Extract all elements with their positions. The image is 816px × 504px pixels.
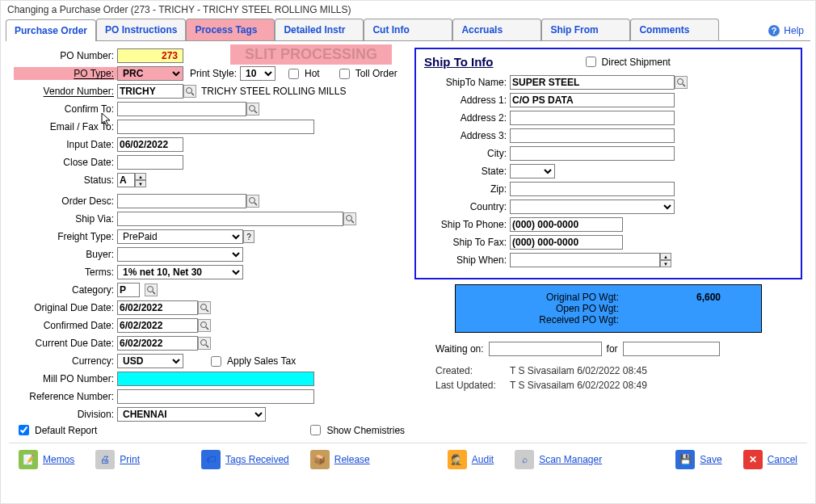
ship-via-field[interactable] bbox=[117, 212, 343, 226]
svg-text:?: ? bbox=[772, 26, 777, 36]
confirm-to-field[interactable] bbox=[117, 102, 246, 116]
print-style-select[interactable]: 10 bbox=[240, 66, 276, 81]
orig-due-field[interactable] bbox=[117, 300, 198, 315]
footer: Default Report Show Chemistries 📝Memos 🖨… bbox=[1, 418, 815, 484]
default-report-checkbox[interactable]: Default Report bbox=[15, 422, 97, 438]
zip-field[interactable] bbox=[510, 182, 675, 196]
show-chem-checkbox[interactable]: Show Chemistries bbox=[307, 422, 405, 438]
tab-po-instructions[interactable]: PO Instructions bbox=[96, 19, 186, 40]
order-desc-lookup-icon[interactable] bbox=[246, 195, 259, 208]
waiting-on-field[interactable] bbox=[489, 342, 602, 356]
help-link[interactable]: ? Help bbox=[761, 21, 810, 40]
addr3-field[interactable] bbox=[510, 128, 675, 143]
help-icon: ? bbox=[768, 24, 780, 37]
category-lookup-icon[interactable] bbox=[145, 284, 158, 296]
shipto-name-lookup-icon[interactable] bbox=[675, 76, 688, 89]
cancel-button[interactable]: ✕Cancel bbox=[737, 447, 804, 472]
scan-manager-button[interactable]: ⌕Scan Manager bbox=[508, 447, 608, 472]
status-spin-up[interactable]: ▲ bbox=[135, 173, 146, 180]
tab-ship-from[interactable]: Ship From bbox=[541, 19, 630, 40]
po-number-label: PO Number: bbox=[14, 50, 117, 61]
direct-shipment-checkbox[interactable]: Direct Shipment bbox=[583, 54, 671, 69]
svg-point-6 bbox=[250, 198, 255, 204]
terms-label: Terms: bbox=[14, 267, 117, 278]
ship-to-title: Ship To Info bbox=[424, 55, 494, 69]
shipto-name-field[interactable] bbox=[510, 75, 675, 90]
svg-line-5 bbox=[254, 111, 257, 113]
tab-cut-info[interactable]: Cut Info bbox=[364, 19, 452, 40]
tab-purchase-order[interactable]: Purchase Order bbox=[6, 19, 96, 41]
tags-received-button[interactable]: 🏷Tags Received bbox=[195, 447, 296, 472]
addr2-field[interactable] bbox=[510, 111, 675, 125]
tab-accruals[interactable]: Accruals bbox=[452, 19, 541, 40]
mill-po-field[interactable] bbox=[117, 372, 314, 386]
curr-due-field[interactable] bbox=[117, 336, 198, 351]
release-button[interactable]: 📦Release bbox=[304, 447, 376, 472]
ship-via-lookup-icon[interactable] bbox=[343, 212, 356, 225]
orig-due-label: Original Due Date: bbox=[14, 302, 117, 313]
freight-help-button[interactable]: ? bbox=[243, 230, 254, 243]
addr2-label: Address 2: bbox=[424, 112, 510, 124]
addr1-field[interactable] bbox=[510, 93, 675, 107]
ship-when-field[interactable] bbox=[510, 253, 660, 267]
state-label: State: bbox=[424, 166, 510, 177]
memo-icon: 📝 bbox=[19, 450, 38, 469]
toll-order-checkbox[interactable]: Toll Order bbox=[336, 66, 397, 82]
hot-checkbox[interactable]: Hot bbox=[285, 66, 320, 82]
ship-when-spin-up[interactable]: ▲ bbox=[660, 253, 671, 260]
tab-row: Purchase Order PO Instructions Process T… bbox=[6, 19, 810, 41]
category-label: Category: bbox=[14, 284, 117, 296]
save-button[interactable]: 💾Save bbox=[669, 447, 728, 472]
vendor-number-field[interactable] bbox=[117, 84, 183, 99]
category-field[interactable] bbox=[117, 283, 140, 297]
save-icon: 💾 bbox=[675, 450, 695, 469]
orig-wgt-value: 6,600 bbox=[624, 292, 721, 303]
ref-num-field[interactable] bbox=[117, 389, 314, 404]
buyer-select[interactable] bbox=[117, 247, 243, 262]
country-select[interactable] bbox=[510, 200, 675, 214]
input-date-field[interactable] bbox=[117, 137, 183, 152]
fax-label: Ship To Fax: bbox=[424, 237, 510, 248]
waiting-for-field[interactable] bbox=[623, 342, 720, 356]
close-date-field[interactable] bbox=[117, 155, 183, 170]
confirm-to-lookup-icon[interactable] bbox=[246, 103, 259, 116]
tab-process-tags[interactable]: Process Tags bbox=[186, 19, 275, 40]
conf-date-field[interactable] bbox=[117, 318, 198, 333]
svg-point-4 bbox=[250, 106, 255, 111]
order-desc-label: Order Desc: bbox=[14, 195, 117, 207]
memos-button[interactable]: 📝Memos bbox=[12, 447, 81, 472]
order-desc-field[interactable] bbox=[117, 194, 246, 208]
tab-detailed-instr[interactable]: Detailed Instr bbox=[275, 19, 364, 40]
currency-select[interactable]: USD bbox=[117, 354, 183, 368]
curr-due-lookup-icon[interactable] bbox=[198, 337, 211, 350]
open-wgt-value bbox=[624, 303, 721, 314]
email-fax-field[interactable] bbox=[117, 120, 314, 134]
conf-date-lookup-icon[interactable] bbox=[198, 319, 211, 332]
vendor-name-text: TRICHY STEEL ROLLING MILLS bbox=[201, 86, 346, 97]
svg-point-8 bbox=[347, 216, 352, 221]
created-value: T S Sivasailam 6/02/2022 08:45 bbox=[510, 365, 647, 376]
scanner-icon: ⌕ bbox=[515, 450, 534, 469]
addr1-label: Address 1: bbox=[424, 94, 510, 106]
created-label: Created: bbox=[435, 365, 510, 376]
detective-icon: 🕵 bbox=[448, 450, 467, 469]
audit-button[interactable]: 🕵Audit bbox=[441, 447, 500, 472]
state-select[interactable] bbox=[510, 164, 555, 178]
po-type-select[interactable]: PRC bbox=[117, 66, 183, 81]
vendor-lookup-icon[interactable] bbox=[183, 85, 196, 98]
svg-line-9 bbox=[351, 220, 354, 223]
phone-field[interactable] bbox=[510, 217, 623, 232]
po-number-field[interactable] bbox=[117, 48, 183, 63]
status-spin-down[interactable]: ▼ bbox=[135, 180, 146, 187]
print-button[interactable]: 🖨Print bbox=[89, 447, 146, 472]
ref-num-label: Reference Number: bbox=[14, 391, 117, 402]
freight-type-select[interactable]: PrePaid bbox=[117, 229, 243, 244]
apply-tax-checkbox[interactable]: Apply Sales Tax bbox=[208, 354, 296, 369]
fax-field[interactable] bbox=[510, 235, 623, 250]
status-field[interactable] bbox=[117, 173, 135, 187]
ship-when-spin-down[interactable]: ▼ bbox=[660, 260, 671, 267]
terms-select[interactable]: 1% net 10, Net 30 bbox=[117, 265, 243, 279]
tab-comments[interactable]: Comments bbox=[630, 19, 719, 40]
orig-due-lookup-icon[interactable] bbox=[198, 301, 211, 314]
city-field[interactable] bbox=[510, 146, 675, 161]
